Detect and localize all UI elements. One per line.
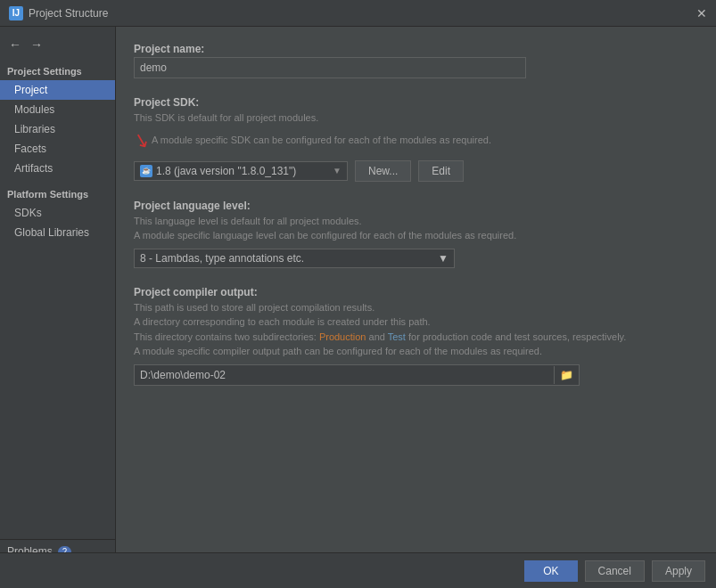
apply-button[interactable]: Apply — [652, 560, 705, 582]
project-compiler-output-group: Project compiler output: This path is us… — [134, 286, 698, 386]
language-level-dropdown[interactable]: 8 - Lambdas, type annotations etc. ▼ — [134, 249, 455, 268]
project-sdk-label: Project SDK: — [134, 96, 698, 109]
compiler-output-path-row: 📁 — [134, 364, 580, 386]
sidebar-item-global-libraries-label: Global Libraries — [14, 226, 89, 239]
sidebar-item-libraries[interactable]: Libraries — [0, 119, 115, 139]
project-sdk-desc1: This SDK is default for all project modu… — [134, 110, 698, 155]
sdk-selected-value: 1.8 (java version "1.8.0_131") — [156, 165, 296, 177]
sidebar-item-modules-label: Modules — [14, 103, 54, 116]
compiler-output-path-input[interactable] — [135, 365, 554, 385]
folder-browse-button[interactable]: 📁 — [554, 366, 579, 384]
sidebar-item-sdks[interactable]: SDKs — [0, 203, 115, 223]
red-arrow-annotation: ↘ — [130, 124, 153, 157]
sidebar-item-project[interactable]: Project — [0, 80, 115, 100]
project-name-input[interactable] — [134, 57, 526, 78]
language-dropdown-arrow: ▼ — [438, 252, 449, 265]
project-language-level-group: Project language level: This language le… — [134, 200, 698, 268]
title-bar: IJ Project Structure ✕ — [0, 0, 716, 27]
app-icon: IJ — [9, 6, 23, 20]
project-name-group: Project name: — [134, 43, 698, 78]
project-compiler-output-desc: This path is used to store all project c… — [134, 300, 698, 359]
sdk-icon: ☕ — [140, 165, 152, 177]
forward-arrow[interactable]: → — [27, 36, 46, 53]
new-sdk-button[interactable]: New... — [355, 160, 411, 182]
sidebar-item-modules[interactable]: Modules — [0, 100, 115, 119]
sidebar-item-facets-label: Facets — [14, 143, 46, 155]
project-settings-label: Project Settings — [0, 61, 115, 80]
title-bar-left: IJ Project Structure — [9, 6, 108, 20]
sdk-row: ☕ 1.8 (java version "1.8.0_131") ▼ New..… — [134, 160, 698, 182]
main-layout: ← → Project Settings Project Modules Lib… — [0, 27, 716, 588]
sidebar-item-sdks-label: SDKs — [14, 207, 42, 219]
sidebar: ← → Project Settings Project Modules Lib… — [0, 27, 116, 588]
project-language-level-label: Project language level: — [134, 200, 698, 212]
project-compiler-output-label: Project compiler output: — [134, 286, 698, 298]
bottom-bar: OK Cancel Apply — [0, 552, 716, 588]
sidebar-item-global-libraries[interactable]: Global Libraries — [0, 223, 115, 242]
project-name-label: Project name: — [134, 43, 698, 55]
close-button[interactable]: ✕ — [696, 7, 707, 20]
ok-button[interactable]: OK — [524, 560, 577, 582]
sidebar-item-project-label: Project — [14, 84, 47, 96]
window-title: Project Structure — [29, 7, 108, 20]
platform-settings-label: Platform Settings — [0, 184, 115, 203]
sidebar-item-libraries-label: Libraries — [14, 123, 55, 135]
sdk-dropdown[interactable]: ☕ 1.8 (java version "1.8.0_131") ▼ — [134, 161, 348, 181]
project-language-level-desc: This language level is default for all p… — [134, 214, 698, 243]
sidebar-item-facets[interactable]: Facets — [0, 139, 115, 159]
back-arrow[interactable]: ← — [5, 36, 25, 53]
sidebar-item-artifacts[interactable]: Artifacts — [0, 159, 115, 178]
edit-sdk-button[interactable]: Edit — [418, 160, 464, 182]
sdk-dropdown-arrow: ▼ — [333, 166, 342, 176]
language-level-selected: 8 - Lambdas, type annotations etc. — [140, 252, 304, 265]
project-sdk-group: Project SDK: This SDK is default for all… — [134, 96, 698, 182]
nav-arrows: ← → — [0, 32, 115, 61]
sidebar-item-artifacts-label: Artifacts — [14, 162, 53, 175]
content-area: Project name: Project SDK: This SDK is d… — [116, 27, 716, 588]
cancel-button[interactable]: Cancel — [585, 560, 645, 582]
